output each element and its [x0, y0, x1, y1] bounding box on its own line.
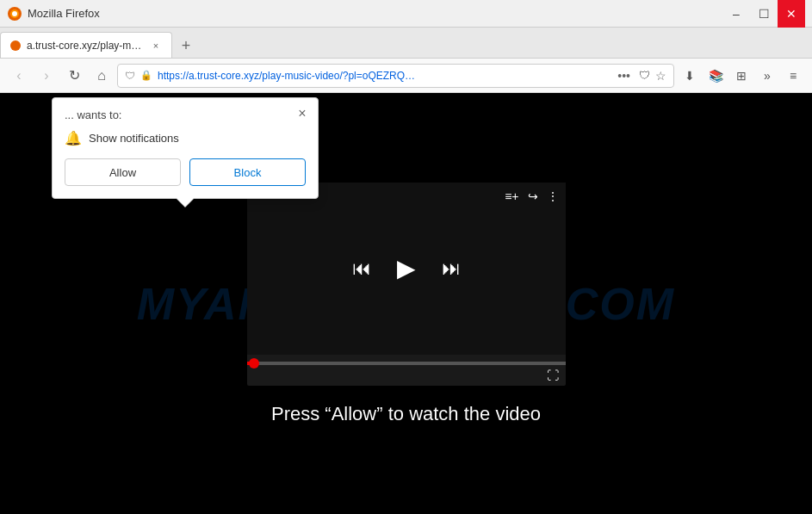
cta-text: Press “Allow” to watch the video	[271, 403, 541, 425]
svg-point-3	[10, 40, 21, 51]
sync-button[interactable]: ⊞	[729, 64, 753, 88]
video-player: ≡+ ↪ ⋮ ⏮ ▶ ⏭ ⛶	[247, 183, 566, 386]
popup-actions: Allow Block	[65, 158, 306, 186]
video-screen[interactable]: ≡+ ↪ ⋮ ⏮ ▶ ⏭	[247, 183, 566, 355]
next-track-button[interactable]: ⏭	[442, 257, 461, 280]
url-bar[interactable]: 🛡 🔒 https://a.trust-core.xyz/play-music-…	[117, 64, 674, 88]
shield-icon: 🛡	[125, 70, 135, 82]
share-icon[interactable]: ↪	[528, 189, 538, 203]
prev-track-button[interactable]: ⏮	[352, 257, 371, 280]
more-tools-button[interactable]: »	[755, 64, 779, 88]
shield-ext-icon: 🛡	[639, 69, 650, 82]
library-button[interactable]: 📚	[704, 64, 728, 88]
svg-point-2	[12, 11, 17, 16]
titlebar-left: Mozilla Firefox	[7, 6, 100, 22]
popup-title: ... wants to:	[65, 108, 306, 121]
notification-permission-popup: × ... wants to: 🔔 Show notifications All…	[52, 97, 319, 199]
home-button[interactable]: ⌂	[90, 64, 114, 88]
minimize-button[interactable]: –	[722, 0, 750, 28]
popup-arrow	[177, 198, 194, 207]
video-playback-controls: ⏮ ▶ ⏭	[352, 254, 461, 282]
more-options-icon[interactable]: ⋮	[547, 189, 559, 203]
active-tab[interactable]: a.trust-core.xyz/play-music ×	[0, 32, 172, 58]
video-progress-dot	[249, 358, 259, 368]
window-title: Mozilla Firefox	[28, 7, 100, 20]
bell-icon: 🔔	[65, 130, 82, 146]
window-controls: – ☐ ✕	[722, 0, 805, 28]
forward-button[interactable]: ›	[34, 64, 59, 88]
new-tab-button[interactable]: +	[174, 34, 198, 58]
page-content: MYANTISPYWARE.COM × ... wants to: 🔔 Show…	[0, 93, 812, 514]
maximize-button[interactable]: ☐	[750, 0, 778, 28]
titlebar: Mozilla Firefox – ☐ ✕	[0, 0, 812, 28]
popup-notification-row: 🔔 Show notifications	[65, 130, 306, 146]
download-button[interactable]: ⬇	[678, 64, 702, 88]
firefox-logo	[7, 6, 22, 22]
tabbar: a.trust-core.xyz/play-music × +	[0, 28, 812, 59]
popup-close-button[interactable]: ×	[294, 105, 311, 122]
video-bottom-controls: ⛶	[247, 365, 566, 386]
close-button[interactable]: ✕	[778, 0, 805, 28]
hamburger-menu-button[interactable]: ≡	[781, 64, 805, 88]
navbar: ‹ › ↻ ⌂ 🛡 🔒 https://a.trust-core.xyz/pla…	[0, 59, 812, 93]
queue-icon[interactable]: ≡+	[505, 189, 518, 203]
video-progress-bar[interactable]	[247, 362, 566, 365]
tab-close-button[interactable]: ×	[149, 39, 163, 53]
popup-description: Show notifications	[89, 132, 179, 145]
bookmark-star-icon[interactable]: ☆	[655, 69, 666, 83]
refresh-button[interactable]: ↻	[62, 64, 86, 88]
video-top-controls: ≡+ ↪ ⋮	[505, 189, 558, 203]
allow-button[interactable]: Allow	[65, 158, 181, 186]
back-button[interactable]: ‹	[7, 64, 31, 88]
lock-icon: 🔒	[140, 70, 152, 81]
url-text: https://a.trust-core.xyz/play-music-vide…	[158, 70, 609, 82]
play-button[interactable]: ▶	[397, 254, 416, 282]
tab-favicon	[9, 40, 22, 52]
tab-label: a.trust-core.xyz/play-music	[27, 40, 144, 52]
nav-right-icons: ⬇ 📚 ⊞ » ≡	[678, 64, 805, 88]
block-button[interactable]: Block	[189, 158, 306, 186]
fullscreen-button[interactable]: ⛶	[547, 368, 559, 382]
url-more-button[interactable]: •••	[614, 67, 634, 84]
